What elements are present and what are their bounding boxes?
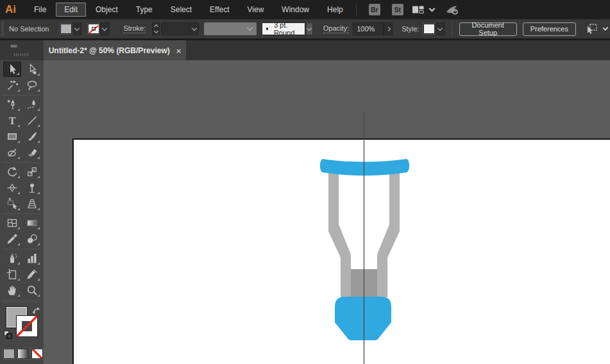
none-button[interactable] <box>31 349 43 359</box>
blend-icon <box>26 233 38 245</box>
menu-edit[interactable]: Edit <box>56 3 86 17</box>
tool-row <box>0 215 44 231</box>
tool-group-divider <box>3 300 41 301</box>
width-profile-dropdown <box>204 22 257 35</box>
gpu-performance-icon[interactable] <box>445 3 460 16</box>
crutch-hand-grip[interactable] <box>335 297 391 340</box>
document-tab[interactable]: Untitled-2* @ 50% (RGB/Preview) × <box>44 40 186 61</box>
menu-file[interactable]: File <box>26 3 55 17</box>
tool-selection[interactable] <box>3 62 21 77</box>
color-button[interactable] <box>3 349 15 359</box>
tool-shaper[interactable] <box>3 145 21 160</box>
menu-effect[interactable]: Effect <box>201 3 237 17</box>
opacity-label[interactable]: Opacity: <box>323 24 349 33</box>
opacity-field[interactable]: 100% <box>353 22 384 35</box>
stroke-color-swatch[interactable] <box>16 315 38 337</box>
tool-perspective-grid[interactable] <box>23 196 41 211</box>
opacity-expand-button[interactable] <box>384 22 393 35</box>
tool-eraser[interactable] <box>23 145 41 160</box>
style-dropdown-button[interactable] <box>436 22 445 35</box>
chevron-down-icon <box>102 25 107 30</box>
swap-fill-stroke-icon[interactable] <box>32 306 41 318</box>
stroke-dropdown-button[interactable] <box>100 22 109 35</box>
style-swatch[interactable] <box>423 24 435 34</box>
menu-help[interactable]: Help <box>319 3 352 17</box>
collapse-panel-icon[interactable]: «« <box>10 42 17 49</box>
tool-shape-builder[interactable] <box>3 196 21 211</box>
control-bar: No Selection Stroke: 3 pt. Round Opacity… <box>0 19 610 40</box>
line-segment-icon <box>26 114 38 127</box>
tool-mesh[interactable] <box>3 215 21 231</box>
tool-zoom[interactable] <box>23 283 41 298</box>
tool-type[interactable]: T <box>3 113 21 128</box>
fill-stroke-widget <box>0 306 44 343</box>
tool-direct-selection[interactable] <box>23 62 41 77</box>
menu-object[interactable]: Object <box>87 3 126 17</box>
tool-group-divider <box>3 249 41 249</box>
panel-grip-dots[interactable] <box>14 53 30 56</box>
preferences-button[interactable]: Preferences <box>523 22 576 36</box>
tool-rotate[interactable] <box>3 164 21 179</box>
selection-icon <box>6 63 19 76</box>
crutch-left-leg[interactable] <box>328 172 351 297</box>
brush-name: 3 pt. Round <box>274 21 300 37</box>
tool-symbol-sprayer[interactable] <box>3 251 21 266</box>
brush-dropdown-button[interactable] <box>306 22 313 35</box>
crutch-right-leg[interactable] <box>377 172 400 297</box>
arrange-documents-icon[interactable] <box>412 4 425 15</box>
chevron-down-icon[interactable] <box>428 6 435 12</box>
eyedropper-icon <box>6 233 19 245</box>
tool-slice[interactable] <box>23 267 41 282</box>
close-tab-icon[interactable]: × <box>176 47 182 55</box>
fill-swatch[interactable] <box>60 24 72 34</box>
menu-type[interactable]: Type <box>128 3 161 17</box>
chevron-down-icon <box>74 25 80 30</box>
fill-dropdown-button[interactable] <box>72 22 81 35</box>
panel-grip-handle[interactable] <box>1 22 4 36</box>
crutch-underarm-pad[interactable] <box>320 159 409 176</box>
menu-view[interactable]: View <box>239 3 273 17</box>
direct-selection-icon <box>26 63 38 76</box>
default-fill-stroke-icon[interactable] <box>4 331 13 340</box>
bridge-button[interactable]: Br <box>369 4 380 15</box>
symbol-sprayer-icon <box>6 252 19 265</box>
tool-rectangle[interactable] <box>3 129 21 144</box>
tool-pen[interactable] <box>3 97 21 112</box>
stroke-weight-field[interactable] <box>161 22 189 35</box>
selection-status: No Selection <box>9 25 49 33</box>
menu-window[interactable]: Window <box>273 3 318 17</box>
column-graph-icon <box>26 252 38 265</box>
tool-lasso[interactable] <box>23 78 41 93</box>
tool-hand[interactable] <box>3 283 21 298</box>
tool-column-graph[interactable] <box>23 251 41 266</box>
shaper-icon <box>6 146 19 159</box>
tool-blend[interactable] <box>23 231 41 247</box>
tool-eyedropper[interactable] <box>3 231 21 247</box>
gradient-button[interactable] <box>17 349 29 359</box>
canvas-area[interactable] <box>44 60 610 364</box>
select-similar-icon[interactable] <box>584 22 598 35</box>
tool-artboard[interactable] <box>3 267 21 282</box>
tool-magic-wand[interactable] <box>3 78 21 93</box>
tool-curvature[interactable] <box>23 97 41 112</box>
app-logo: Ai <box>5 3 16 16</box>
menu-select[interactable]: Select <box>162 3 200 17</box>
tool-scale[interactable] <box>23 164 41 179</box>
perspective-grid-icon <box>26 197 38 210</box>
brush-definition-dropdown[interactable]: 3 pt. Round <box>262 22 305 35</box>
tool-puppet-warp[interactable] <box>23 180 41 195</box>
tool-paintbrush[interactable] <box>23 129 41 144</box>
tools-panel-header[interactable]: «« <box>0 40 44 61</box>
stock-button[interactable]: St <box>392 4 403 15</box>
stroke-label[interactable]: Stroke: <box>123 24 146 33</box>
stroke-weight-stepper[interactable] <box>152 22 160 35</box>
tool-line-segment[interactable] <box>23 113 41 128</box>
tool-row <box>0 145 44 161</box>
tool-gradient[interactable] <box>23 215 41 231</box>
tool-width[interactable] <box>3 180 21 195</box>
stroke-none-swatch[interactable] <box>88 24 99 34</box>
chevron-down-icon[interactable] <box>602 25 608 31</box>
scale-icon <box>26 165 38 178</box>
stroke-weight-dropdown-button[interactable] <box>190 22 199 35</box>
document-setup-button[interactable]: Document Setup <box>459 22 517 36</box>
